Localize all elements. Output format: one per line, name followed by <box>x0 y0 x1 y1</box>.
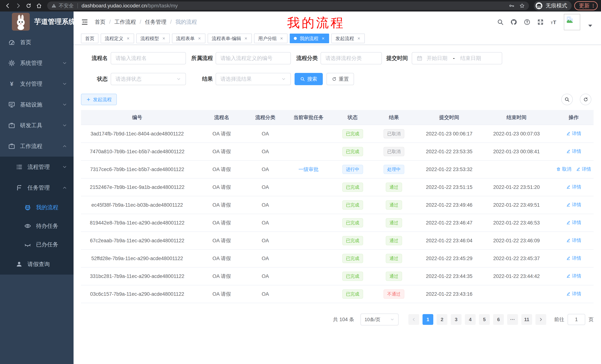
page-button-6[interactable]: 6 <box>493 314 504 325</box>
cell-end-time: 2022-01-22 23:46:09 <box>479 232 554 249</box>
chevron-down-icon <box>62 102 67 107</box>
table-row: 7317cec6-7b9b-11ec-b5b7-acde48001122OA 请… <box>81 161 594 178</box>
tab-0[interactable]: 首页 <box>81 34 99 43</box>
page-size-select[interactable]: 10条/页 <box>361 314 399 326</box>
close-icon[interactable] <box>126 37 130 40</box>
sidebar-item-7[interactable]: 任务管理 <box>0 177 74 198</box>
filter-result-select[interactable]: 请选择流结果 <box>216 73 291 85</box>
jump-page-input[interactable] <box>568 314 585 325</box>
page-button-11[interactable]: 11 <box>521 314 532 325</box>
detail-link[interactable]: 详情 <box>566 220 581 226</box>
reset-button[interactable]: 重置 <box>327 73 354 85</box>
action-label: 详情 <box>572 273 581 279</box>
breadcrumb-task[interactable]: 任务管理 <box>140 18 166 26</box>
filter-status-select[interactable]: 请选择状态 <box>111 73 186 85</box>
sidebar-item-5[interactable]: 工作流程 <box>0 136 74 157</box>
tab-7[interactable]: 发起流程 <box>331 34 365 43</box>
close-icon[interactable] <box>162 37 166 40</box>
star-icon[interactable] <box>519 3 525 9</box>
sidebar-item-9[interactable]: 待办任务 <box>0 217 74 235</box>
close-icon[interactable] <box>280 37 283 40</box>
close-icon[interactable] <box>321 37 325 40</box>
tab-2[interactable]: 流程模型 <box>136 34 170 43</box>
date-start-placeholder[interactable]: 开始日期 <box>427 55 447 62</box>
cancel-link[interactable]: 取消 <box>556 166 571 172</box>
process-table: 编号流程名流程分类当前审批任务状态结果提交时间结束时间操作 3ad174fb-7… <box>81 110 594 303</box>
url-bar[interactable]: 不安全 dashboard.yudao.iocoder.cn/bpm/task/… <box>47 1 529 10</box>
reload-icon[interactable] <box>24 1 33 10</box>
sidebar-item-6[interactable]: 流程管理 <box>0 157 74 177</box>
sidebar-item-0[interactable]: 首页 <box>0 32 74 53</box>
detail-link[interactable]: 详情 <box>566 291 581 297</box>
tab-4[interactable]: 流程表单-编辑 <box>208 34 252 43</box>
forward-icon[interactable] <box>14 1 23 10</box>
filter-definition-input-wrap <box>216 52 291 64</box>
detail-link[interactable]: 详情 <box>576 166 591 172</box>
cell-current-task <box>281 214 336 232</box>
sidebar-logo[interactable]: 芋道管理系统 <box>0 11 74 32</box>
page-button-5[interactable]: 5 <box>479 314 490 325</box>
filter-time-range[interactable]: 开始日期 - 结束日期 <box>412 52 502 64</box>
page-button-2[interactable]: 2 <box>437 314 447 325</box>
detail-link[interactable]: 详情 <box>566 202 581 208</box>
menu-dots-icon[interactable] <box>591 3 596 8</box>
breadcrumb-home[interactable]: 首页 <box>95 18 105 26</box>
table-refresh-button[interactable] <box>580 94 591 105</box>
tab-1[interactable]: 流程定义 <box>101 34 134 43</box>
sidebar-item-2[interactable]: ¥支付管理 <box>0 74 74 94</box>
next-page-button[interactable] <box>535 314 546 325</box>
current-task-link[interactable]: 一级审批 <box>299 167 319 172</box>
detail-link[interactable]: 详情 <box>566 184 581 190</box>
tab-6[interactable]: 我的流程 <box>290 34 329 43</box>
cell-process-name: OA 请假 <box>193 196 250 214</box>
back-icon[interactable] <box>3 1 12 10</box>
cell-end-time <box>479 161 554 178</box>
avatar-caret-icon[interactable] <box>587 22 594 29</box>
page-button-3[interactable]: 3 <box>451 314 461 325</box>
close-icon[interactable] <box>357 37 361 40</box>
sidebar-collapse-icon[interactable] <box>81 18 88 26</box>
sidebar-item-1[interactable]: 系统管理 <box>0 53 74 74</box>
key-icon[interactable] <box>509 3 514 9</box>
home-icon[interactable] <box>35 1 43 10</box>
sidebar-item-11[interactable]: 请假查询 <box>0 254 74 275</box>
edit-icon <box>576 167 580 172</box>
create-process-button[interactable]: 发起流程 <box>81 94 117 105</box>
chevron-down-icon <box>62 81 67 86</box>
table-search-button[interactable] <box>561 94 573 105</box>
filter-definition-input[interactable] <box>220 55 286 61</box>
tab-3[interactable]: 流程表单 <box>172 34 205 43</box>
search-icon[interactable] <box>497 19 504 25</box>
help-icon[interactable] <box>524 19 531 25</box>
cell-category: OA <box>250 143 281 161</box>
monitor-icon <box>8 101 15 108</box>
date-end-placeholder[interactable]: 结束日期 <box>460 55 481 62</box>
avatar[interactable] <box>564 14 580 30</box>
detail-link[interactable]: 详情 <box>566 273 581 279</box>
font-size-icon[interactable]: TT <box>551 19 557 25</box>
sidebar-item-3[interactable]: 基础设施 <box>0 94 74 115</box>
detail-link[interactable]: 详情 <box>566 148 581 154</box>
detail-link[interactable]: 详情 <box>566 255 581 261</box>
sidebar-item-10[interactable]: 已办任务 <box>0 235 74 254</box>
page-button-4[interactable]: 4 <box>465 314 476 325</box>
detail-link[interactable]: 详情 <box>566 237 581 243</box>
prev-page-button[interactable] <box>408 314 419 325</box>
filter-name-input[interactable] <box>116 55 181 61</box>
update-button[interactable]: 更新 <box>574 1 598 10</box>
search-button[interactable]: 搜索 <box>295 73 323 85</box>
column-header-7: 结束时间 <box>479 110 554 125</box>
cell-status: 已完成 <box>336 249 369 267</box>
close-icon[interactable] <box>244 37 248 40</box>
breadcrumb-workflow[interactable]: 工作流程 <box>109 18 136 26</box>
page-more-button[interactable]: ··· <box>507 314 518 325</box>
tab-5[interactable]: 用户分组 <box>254 34 288 43</box>
close-icon[interactable] <box>198 37 201 40</box>
page-button-1[interactable]: 1 <box>422 314 433 325</box>
filter-category-select[interactable]: 请选择流程分类 <box>321 52 382 64</box>
sidebar-item-8[interactable]: 我的流程 <box>0 198 74 217</box>
detail-link[interactable]: 详情 <box>566 130 581 136</box>
fullscreen-icon[interactable] <box>537 19 544 25</box>
sidebar-item-4[interactable]: 研发工具 <box>0 115 74 136</box>
github-icon[interactable] <box>510 19 517 25</box>
